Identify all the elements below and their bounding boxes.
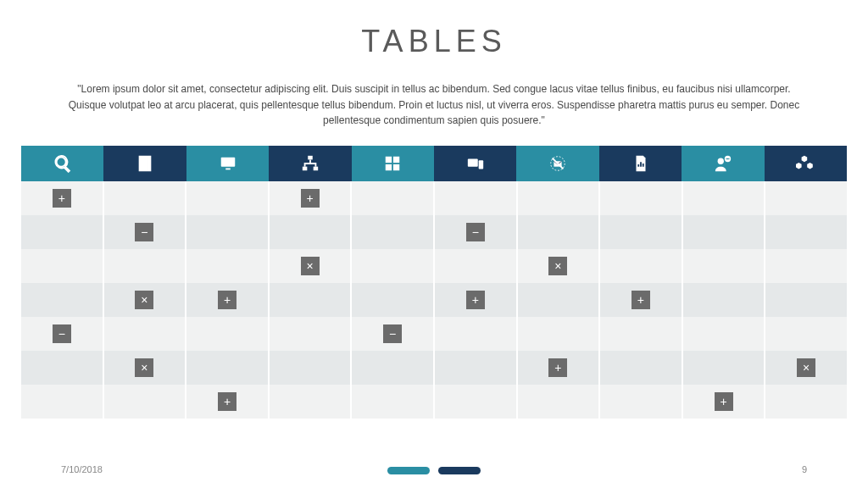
table-cell (270, 317, 353, 351)
monitor-icon (186, 146, 269, 181)
table-cell (270, 385, 353, 419)
table-cell: + (186, 385, 270, 419)
table-cell (765, 181, 847, 215)
table-cell: + (186, 283, 270, 317)
svg-rect-2 (308, 156, 313, 160)
table-row: −− (21, 215, 847, 249)
table-row: ++ (21, 385, 847, 419)
person-chat-icon (682, 146, 764, 181)
slide-title: TABLES (0, 24, 868, 59)
svg-rect-4 (314, 167, 319, 171)
svg-rect-5 (386, 157, 392, 163)
svg-rect-6 (393, 157, 399, 163)
svg-rect-0 (220, 158, 235, 167)
table-body: ++−−×××+++−−×+×++ (21, 181, 847, 419)
table-cell (518, 317, 601, 351)
x-mark: × (797, 358, 815, 377)
pill-teal (387, 467, 430, 474)
minus-mark: − (466, 223, 485, 241)
plus-mark: + (301, 189, 320, 208)
table-row: ×+++ (21, 283, 847, 317)
table-cell (21, 351, 104, 385)
table-cell (186, 249, 270, 283)
table-cell: + (683, 385, 766, 419)
table-cell (600, 317, 683, 351)
table-cell: + (518, 351, 601, 385)
table-cell (683, 249, 766, 283)
network-icon (269, 146, 351, 181)
table-row: −− (21, 317, 847, 351)
table-cell: + (435, 283, 518, 317)
table-cell (104, 181, 187, 215)
minus-mark: − (53, 324, 71, 343)
svg-rect-7 (386, 164, 392, 170)
minus-mark: − (383, 324, 402, 343)
table-cell (270, 215, 353, 249)
table-cell (186, 215, 270, 249)
slide: TABLES "Lorem ipsum dolor sit amet, cons… (0, 0, 868, 488)
table-cell (352, 385, 435, 419)
svg-point-16 (727, 158, 728, 159)
table-cell (518, 385, 601, 419)
search-icon (21, 146, 103, 181)
table-cell (518, 283, 601, 317)
table-cell (352, 351, 435, 385)
table-cell (186, 351, 270, 385)
x-mark: × (548, 257, 567, 275)
table-cell: + (270, 181, 353, 215)
table-cell (765, 317, 847, 351)
table-cell (21, 215, 104, 249)
table-cell (352, 283, 435, 317)
plus-mark: + (715, 392, 733, 411)
table-cell (435, 181, 518, 215)
minus-mark: − (135, 223, 153, 241)
table-cell (765, 283, 847, 317)
footer-page-number: 9 (802, 464, 807, 474)
chart-doc-icon (599, 146, 682, 181)
table-cell: + (21, 181, 104, 215)
table-cell (21, 283, 104, 317)
table-cell (765, 215, 847, 249)
table-cell: × (518, 249, 601, 283)
svg-rect-8 (393, 164, 399, 170)
boxes-icon (765, 146, 847, 181)
table-cell (352, 215, 435, 249)
plus-mark: + (466, 291, 485, 309)
svg-rect-9 (468, 159, 478, 167)
pill-navy (438, 467, 481, 474)
plus-mark: + (632, 291, 650, 309)
svg-rect-3 (303, 167, 308, 171)
table-cell: − (21, 317, 104, 351)
table-cell (21, 385, 104, 419)
table-cell (683, 317, 766, 351)
table-cell (435, 351, 518, 385)
x-mark: × (301, 257, 320, 275)
table-cell (270, 283, 353, 317)
table-cell (518, 181, 601, 215)
table-cell (104, 249, 187, 283)
table-cell: + (600, 283, 683, 317)
table-cell: × (104, 351, 187, 385)
table-cell (600, 351, 683, 385)
svg-point-13 (718, 158, 724, 164)
slide-description: "Lorem ipsum dolor sit amet, consectetur… (68, 81, 800, 129)
devices-icon (434, 146, 516, 181)
x-mark: × (135, 291, 153, 309)
table-cell (104, 317, 187, 351)
table-cell (186, 181, 270, 215)
table-row: ++ (21, 181, 847, 215)
table-cell (683, 351, 766, 385)
table-cell (683, 215, 766, 249)
svg-point-17 (728, 158, 729, 159)
mail-off-icon (516, 146, 598, 181)
table-header-row (21, 146, 847, 181)
table-cell: − (104, 215, 187, 249)
table-cell (435, 249, 518, 283)
table-cell (435, 385, 518, 419)
plus-mark: + (218, 392, 236, 411)
table-cell (683, 181, 766, 215)
table-cell (186, 317, 270, 351)
table-cell (765, 249, 847, 283)
svg-point-15 (726, 158, 726, 159)
table-cell: − (435, 215, 518, 249)
